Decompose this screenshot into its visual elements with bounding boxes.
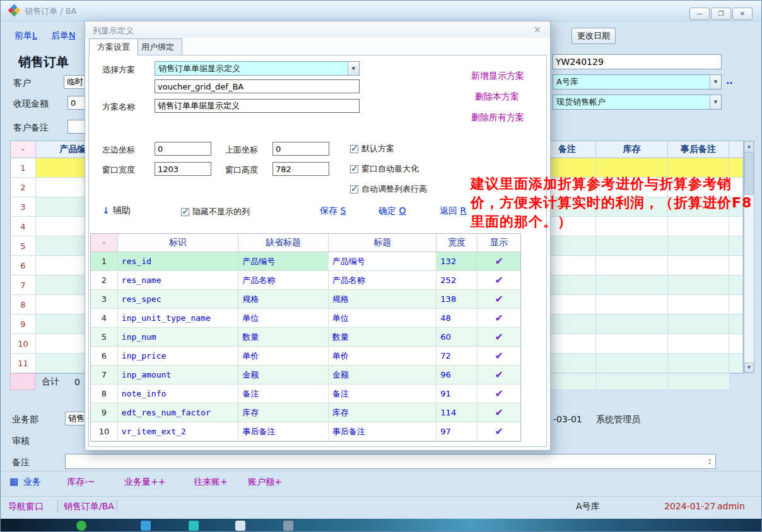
row-num-cell[interactable]: 8 [91, 385, 118, 403]
row-num-cell[interactable]: 2 [91, 271, 118, 290]
default-title-cell[interactable]: 产品名称 [238, 271, 329, 290]
title-cell[interactable]: 产品名称 [329, 271, 437, 290]
field-id-cell[interactable]: res_name [118, 271, 238, 290]
statusbar-doc-tab[interactable]: 销售订单/BA [64, 501, 114, 512]
note-input[interactable] [65, 454, 716, 469]
link-delete-all-schemes[interactable]: 删除所有方案 [471, 112, 524, 124]
show-check-cell[interactable]: ✔ [478, 309, 520, 328]
default-title-cell[interactable]: 产品编号 [238, 252, 329, 271]
order-no-input[interactable] [553, 54, 722, 69]
postnote-cell[interactable] [668, 275, 729, 295]
row-num-cell[interactable]: 6 [91, 347, 118, 366]
title-cell[interactable]: 备注 [329, 385, 437, 403]
column-def-row[interactable]: 10 vr_item_ext_2 事后备注 事后备注 97 ✔ [91, 422, 520, 441]
default-title-cell[interactable]: 事后备注 [238, 422, 329, 441]
taskbar-icon-1[interactable] [76, 521, 86, 531]
window-height-input[interactable] [273, 162, 329, 176]
show-check-cell[interactable]: ✔ [478, 366, 520, 385]
row-number-cell[interactable]: 4 [11, 217, 36, 236]
row-num-cell[interactable]: 10 [91, 422, 118, 441]
column-def-row[interactable]: 8 note_info 备注 备注 91 ✔ [91, 385, 520, 403]
width-cell[interactable]: 252 [437, 271, 478, 290]
left-coord-input[interactable] [155, 142, 211, 156]
default-title-cell[interactable]: 库存 [238, 403, 329, 422]
default-title-cell[interactable]: 金额 [238, 366, 329, 385]
postnote-cell[interactable] [668, 354, 729, 373]
stock-cell[interactable] [596, 315, 668, 334]
window-titlebar[interactable]: 销售订单 / BA — ❐ ✕ [1, 1, 761, 21]
scheme-select-combo[interactable]: 销售订单单据显示定义 ▼ [155, 61, 360, 76]
title-cell[interactable]: 产品编号 [329, 252, 437, 271]
statusbar-nav-tab[interactable]: 导航窗口 [8, 501, 44, 512]
width-cell[interactable]: 132 [437, 252, 478, 271]
grid-header-stock[interactable]: 库存 [596, 141, 668, 158]
taskbar-icon-2[interactable] [141, 521, 151, 531]
col-header-width[interactable]: 宽度 [437, 234, 478, 252]
postnote-cell[interactable] [668, 295, 729, 315]
stock-cell[interactable] [596, 256, 668, 275]
field-id-cell[interactable]: inp_price [118, 347, 238, 366]
stock-tool-button[interactable]: 库存-~ [67, 477, 95, 488]
row-number-cell[interactable]: 2 [11, 178, 36, 197]
field-id-cell[interactable]: inp_unit_type_name [118, 309, 238, 328]
next-order-button[interactable]: 后单N [51, 30, 75, 42]
title-cell[interactable]: 库存 [329, 403, 437, 422]
stock-cell[interactable] [596, 236, 668, 256]
width-cell[interactable]: 114 [437, 403, 478, 422]
maximize-button[interactable]: ❐ [711, 8, 731, 20]
col-header-title[interactable]: 标题 [329, 234, 437, 252]
column-def-row[interactable]: 6 inp_price 单价 单价 72 ✔ [91, 347, 520, 366]
default-title-cell[interactable]: 数量 [238, 328, 329, 347]
show-check-cell[interactable]: ✔ [478, 271, 520, 290]
col-header-id[interactable]: 标识 [118, 234, 238, 252]
warehouse-more-button[interactable]: .. [726, 76, 733, 86]
field-id-cell[interactable]: inp_num [118, 328, 238, 347]
postnote-cell[interactable] [668, 315, 729, 334]
column-def-row[interactable]: 4 inp_unit_type_name 单位 单位 48 ✔ [91, 309, 520, 328]
column-def-row[interactable]: 1 res_id 产品编号 产品编号 132 ✔ [91, 252, 520, 271]
row-num-cell[interactable]: 1 [91, 252, 118, 271]
checkbox-auto-maximize[interactable]: ✓ 窗口自动最大化 [350, 163, 419, 175]
stock-cell[interactable] [596, 354, 668, 373]
change-date-button[interactable]: 更改日期 [572, 28, 616, 44]
stock-cell[interactable] [596, 295, 668, 315]
note-spinner[interactable]: ▴ ▾ [705, 455, 715, 468]
show-check-cell[interactable]: ✔ [478, 328, 520, 347]
column-def-row[interactable]: 2 res_name 产品名称 产品名称 252 ✔ [91, 271, 520, 290]
aux-button[interactable]: ↓ 辅助 [102, 205, 131, 216]
row-num-cell[interactable]: 4 [91, 309, 118, 328]
width-cell[interactable]: 138 [437, 290, 478, 309]
prev-order-button[interactable]: 前单L [15, 30, 37, 42]
column-def-row[interactable]: 7 inp_amount 金额 金额 96 ✔ [91, 366, 520, 385]
row-number-cell[interactable]: 3 [11, 197, 36, 217]
dialog-titlebar[interactable]: 列显示定义 × [85, 21, 550, 38]
row-num-cell[interactable]: 7 [91, 366, 118, 385]
postnote-cell[interactable] [668, 236, 729, 256]
tab-scheme-settings[interactable]: 方案设置 [89, 38, 138, 55]
checkbox-auto-row-height[interactable]: ✓ 自动调整列表行高 [350, 183, 427, 195]
account-combo[interactable]: 现货销售帐户 ▼ [553, 95, 722, 110]
default-title-cell[interactable]: 单位 [238, 309, 329, 328]
width-cell[interactable]: 96 [437, 366, 478, 385]
warehouse-combo[interactable]: A号库 ▼ [553, 74, 722, 90]
business-tool-button[interactable]: 业务 [23, 477, 41, 488]
top-coord-input[interactable] [273, 142, 329, 156]
width-cell[interactable]: 48 [437, 309, 478, 328]
scheme-name-input[interactable] [155, 99, 360, 113]
width-cell[interactable]: 72 [437, 347, 478, 366]
balance-tool-button[interactable]: 账户额+ [248, 477, 282, 488]
row-number-cell[interactable]: 6 [11, 256, 36, 275]
volume-tool-button[interactable]: 业务量++ [124, 477, 165, 488]
row-num-cell[interactable]: 3 [91, 290, 118, 309]
link-new-scheme[interactable]: 新增显示方案 [471, 71, 524, 82]
stock-cell[interactable] [596, 275, 668, 295]
show-check-cell[interactable]: ✔ [478, 403, 520, 422]
field-id-cell[interactable]: note_info [118, 385, 238, 403]
column-def-row[interactable]: 9 edt_res_num_factor 库存 库存 114 ✔ [91, 403, 520, 422]
row-number-cell[interactable]: 1 [11, 158, 36, 178]
stock-cell[interactable] [596, 334, 668, 354]
link-delete-scheme[interactable]: 删除本方案 [475, 91, 519, 103]
field-id-cell[interactable]: vr_item_ext_2 [118, 422, 238, 441]
accounts-tool-button[interactable]: 往来账+ [194, 477, 228, 488]
scheme-code-input[interactable] [155, 79, 360, 93]
